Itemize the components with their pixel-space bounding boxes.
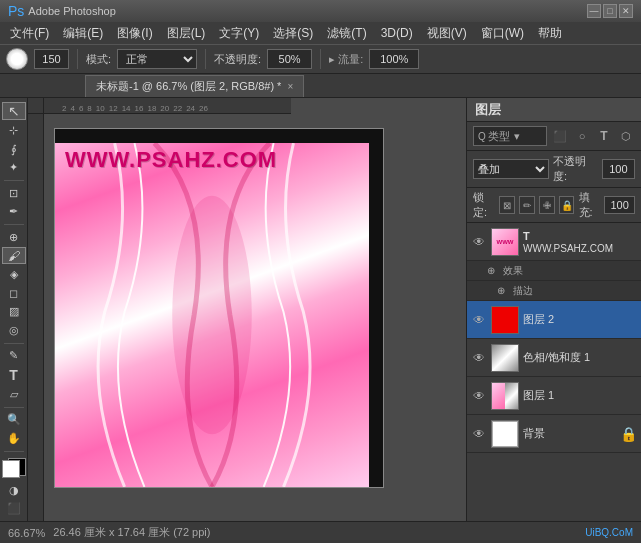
menu-edit[interactable]: 编辑(E) — [57, 23, 109, 44]
title-text: Adobe Photoshop — [28, 5, 115, 17]
canvas-content: WWW.PSAHZ.COM — [55, 129, 383, 487]
fill-value[interactable]: 100 — [604, 196, 635, 214]
layer-effects-row: ⊕ 效果 — [467, 261, 641, 281]
layer-item-bg[interactable]: 👁 背景 🔒 — [467, 415, 641, 453]
lock-label: 锁定: — [473, 190, 495, 220]
tab-bar: 未标题-1 @ 66.7% (图层 2, RGB/8#) * × — [0, 74, 641, 98]
eyedropper-tool[interactable]: ✒ — [2, 203, 26, 220]
panel-controls: Q 类型 ▾ ⬛ ○ T ⬡ — [467, 122, 641, 151]
maximize-button[interactable]: □ — [603, 4, 617, 18]
layer-filter-btn-2[interactable]: ○ — [573, 127, 591, 145]
app-icon: Ps — [8, 3, 24, 19]
heal-tool[interactable]: ⊕ — [2, 229, 26, 246]
lock-all-btn[interactable]: 🔒 — [559, 196, 575, 214]
layers-panel: 图层 Q 类型 ▾ ⬛ ○ T ⬡ 叠加 正常 正片叠底 不透明度: 100 — [466, 98, 641, 521]
effects-icon: ⊕ — [487, 265, 495, 276]
opacity-label-options: 不透明度: — [214, 52, 261, 67]
brush-tool[interactable]: 🖌 — [2, 247, 26, 264]
screen-mode-btn[interactable]: ⬛ — [2, 500, 26, 517]
crop-tool[interactable]: ⊡ — [2, 185, 26, 202]
menu-image[interactable]: 图像(I) — [111, 23, 158, 44]
layer-visibility-bg[interactable]: 👁 — [471, 426, 487, 442]
layer-visibility-hue[interactable]: 👁 — [471, 350, 487, 366]
effects-label: 效果 — [499, 264, 523, 278]
layer-info-text: T WWW.PSAHZ.COM — [523, 230, 637, 254]
layer-visibility-text[interactable]: 👁 — [471, 234, 487, 250]
horizontal-ruler: 2 4 6 8 10 12 14 16 18 20 22 24 26 — [44, 98, 291, 114]
layer-visibility-2[interactable]: 👁 — [471, 312, 487, 328]
menu-type[interactable]: 文字(Y) — [213, 23, 265, 44]
close-button[interactable]: ✕ — [619, 4, 633, 18]
flow-input[interactable]: 100% — [369, 49, 419, 69]
foreground-color-swatch[interactable] — [2, 460, 20, 478]
minimize-button[interactable]: — — [587, 4, 601, 18]
menu-select[interactable]: 选择(S) — [267, 23, 319, 44]
document-tab[interactable]: 未标题-1 @ 66.7% (图层 2, RGB/8#) * × — [85, 75, 304, 97]
eraser-tool[interactable]: ◻ — [2, 285, 26, 302]
layer-filter-btn-3[interactable]: T — [595, 127, 613, 145]
canvas-bg-gradient — [55, 143, 369, 487]
vertical-ruler: 2 4 6 8 10 12 14 — [28, 114, 44, 521]
blur-tool[interactable]: ◎ — [2, 322, 26, 339]
layer-item-hue[interactable]: 👁 色相/饱和度 1 — [467, 339, 641, 377]
layer-stroke-row: ⊕ 描边 — [467, 281, 641, 301]
menu-window[interactable]: 窗口(W) — [475, 23, 530, 44]
blend-mode-select[interactable]: 正常 — [117, 49, 197, 69]
zoom-status: 66.67% — [8, 527, 45, 539]
layer-filter-btn-4[interactable]: ⬡ — [617, 127, 635, 145]
lock-position-btn[interactable]: ✙ — [539, 196, 555, 214]
layer-thumb-2 — [491, 306, 519, 334]
pen-tool[interactable]: ✎ — [2, 348, 26, 365]
opacity-value[interactable]: 100 — [602, 159, 635, 179]
quick-mask-btn[interactable]: ◑ — [2, 482, 26, 499]
layer-item-text[interactable]: 👁 WWW T WWW.PSAHZ.COM — [467, 223, 641, 261]
layer-blend-select[interactable]: 叠加 正常 正片叠底 — [473, 159, 549, 179]
layer-thumb-hue — [491, 344, 519, 372]
tab-close-button[interactable]: × — [287, 81, 293, 92]
canvas-area: 2 4 6 8 10 12 14 16 18 20 22 24 26 2 4 6… — [28, 98, 466, 521]
fill-label: 填充: — [579, 190, 601, 220]
layer-info-2: 图层 2 — [523, 312, 637, 327]
canvas-right-bar — [369, 129, 383, 487]
layer-item-1[interactable]: 👁 图层 1 — [467, 377, 641, 415]
title-bar-controls: — □ ✕ — [587, 4, 633, 18]
svg-point-0 — [172, 196, 251, 434]
move-tool[interactable]: ↖ — [2, 102, 26, 120]
document-canvas[interactable]: WWW.PSAHZ.COM — [54, 128, 384, 488]
hand-tool[interactable]: ✋ — [2, 430, 26, 447]
brush-preview[interactable] — [6, 48, 28, 70]
layer-item-2[interactable]: 👁 图层 2 — [467, 301, 641, 339]
menu-view[interactable]: 视图(V) — [421, 23, 473, 44]
blend-mode-row: 叠加 正常 正片叠底 不透明度: 100 — [467, 151, 641, 188]
lasso-tool[interactable]: ∮ — [2, 141, 26, 158]
lock-row: 锁定: ⊠ ✏ ✙ 🔒 填充: 100 — [467, 188, 641, 223]
menu-layer[interactable]: 图层(L) — [161, 23, 212, 44]
select-tool[interactable]: ⊹ — [2, 122, 26, 139]
zoom-tool[interactable]: 🔍 — [2, 412, 26, 429]
layer-list: 👁 WWW T WWW.PSAHZ.COM ⊕ 效果 ⊕ 描边 👁 — [467, 223, 641, 521]
lock-pixels-btn[interactable]: ✏ — [519, 196, 535, 214]
text-tool[interactable]: T — [2, 366, 26, 384]
layer-filter-btn-1[interactable]: ⬛ — [551, 127, 569, 145]
menu-file[interactable]: 文件(F) — [4, 23, 55, 44]
tab-label: 未标题-1 @ 66.7% (图层 2, RGB/8#) * — [96, 79, 281, 94]
title-bar: Ps Adobe Photoshop — □ ✕ — [0, 0, 641, 22]
magic-wand-tool[interactable]: ✦ — [2, 159, 26, 176]
stroke-label: 描边 — [509, 284, 533, 298]
tool-sep-2 — [4, 224, 24, 225]
flow-label: ▸ 流量: — [329, 52, 363, 67]
layer-name-2: 图层 2 — [523, 312, 637, 327]
gradient-tool[interactable]: ▨ — [2, 304, 26, 321]
menu-3d[interactable]: 3D(D) — [375, 24, 419, 42]
clone-tool[interactable]: ◈ — [2, 266, 26, 283]
lock-icon-bg: 🔒 — [620, 426, 637, 442]
watermark-text: WWW.PSAHZ.COM — [65, 147, 277, 173]
lock-transparent-btn[interactable]: ⊠ — [499, 196, 515, 214]
menu-help[interactable]: 帮助 — [532, 23, 568, 44]
shape-tool[interactable]: ▱ — [2, 386, 26, 403]
opacity-input[interactable]: 50% — [267, 49, 312, 69]
brush-size-input[interactable]: 150 — [34, 49, 69, 69]
layer-visibility-1[interactable]: 👁 — [471, 388, 487, 404]
layer-search[interactable]: Q 类型 ▾ — [473, 126, 547, 146]
menu-filter[interactable]: 滤镜(T) — [321, 23, 372, 44]
